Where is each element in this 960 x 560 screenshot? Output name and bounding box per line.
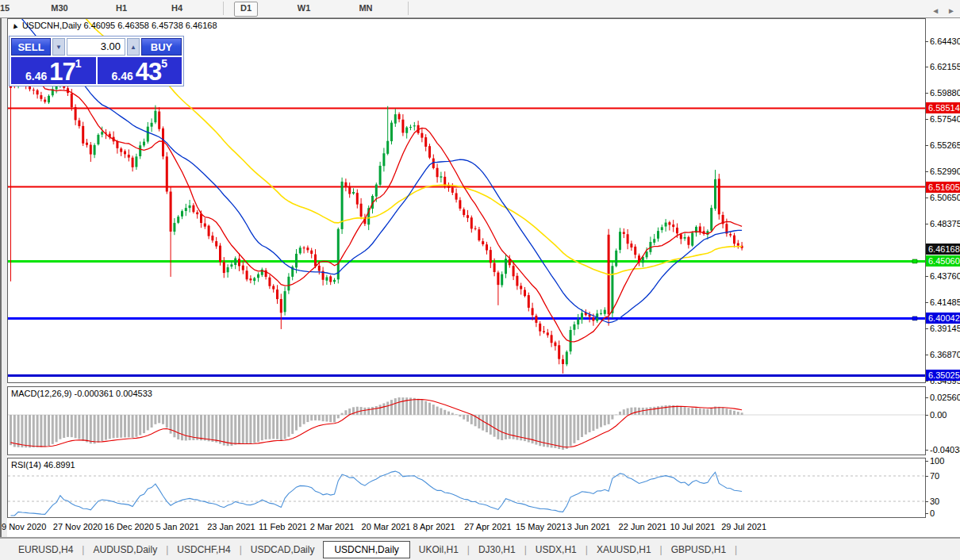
- tab-scroll-arrows: ◄►: [924, 6, 955, 15]
- volume-decrease-button[interactable]: ▼: [52, 38, 65, 56]
- buy-price-main: 6.46: [111, 71, 132, 82]
- toolbar-separator: [408, 2, 409, 15]
- axis-tick: [925, 224, 928, 224]
- axis-tick: [925, 461, 928, 462]
- time-axis-label: 22 Jun 2021: [619, 522, 667, 531]
- time-axis-label: 16 Dec 2020: [105, 522, 154, 531]
- chart-tab-gbpusd-h1[interactable]: GBPUSD,H1: [662, 541, 735, 558]
- time-axis-label: 15 May 2021: [516, 522, 566, 531]
- chart-tab-usdchf-h4[interactable]: USDCHF,H4: [168, 541, 239, 558]
- axis-tick: [925, 276, 928, 277]
- line-handle[interactable]: [912, 259, 917, 263]
- time-axis-label: 5 Jan 2021: [156, 522, 198, 531]
- macd-label: MACD(12,26,9) -0.000361 0.004533: [11, 389, 152, 398]
- sell-price-box[interactable]: 6.46 17 1: [11, 57, 96, 84]
- sell-price-main: 6.46: [25, 71, 47, 82]
- axis-tick: [925, 171, 928, 172]
- tab-scroll-left-icon[interactable]: ◄: [931, 6, 939, 15]
- price-axis-label: 6.64430: [930, 36, 960, 46]
- ohlc-low: 6.45738: [152, 21, 183, 30]
- chart-tab-ukoil-h1[interactable]: UKOil,H1: [410, 541, 467, 558]
- buy-button[interactable]: BUY: [141, 38, 182, 56]
- volume-increase-button[interactable]: ▲: [127, 38, 140, 56]
- axis-tick: [925, 67, 928, 67]
- price-badge-6.46168: 6.46168: [926, 244, 960, 255]
- price-badge-6.51605: 6.51605: [926, 182, 960, 193]
- time-axis-label: 20 Mar 2021: [362, 522, 411, 531]
- time-axis-label: 11 Feb 2021: [259, 522, 307, 531]
- chart-tab-usdx-h1[interactable]: USDX,H1: [527, 541, 586, 558]
- price-axis-label: 6.43760: [930, 271, 960, 281]
- price-axis-label: 6.36870: [930, 350, 960, 359]
- price-badge-6.35025: 6.35025: [926, 370, 960, 381]
- price-badge-6.45060: 6.45060: [926, 255, 960, 267]
- price-axis-label: 6.57540: [930, 114, 960, 124]
- chart-tab-usdcad-daily[interactable]: USDCAD,Daily: [242, 541, 324, 558]
- buy-price-box[interactable]: 6.46 43 5: [98, 57, 182, 84]
- timeframe-button-w1[interactable]: W1: [292, 2, 317, 15]
- time-axis-label: 10 Jul 2021: [670, 522, 715, 531]
- macd-axis-label: 0.025609: [930, 393, 960, 402]
- time-axis-label: 27 Apr 2021: [464, 522, 511, 531]
- price-axis-label: 6.48375: [930, 219, 960, 228]
- timeframe-button-15[interactable]: 15: [0, 2, 15, 15]
- window-left-edge: [0, 17, 7, 538]
- trading-terminal: 15M30H1H4D1W1MN ▲USDCNH,Daily6.460956.46…: [0, 0, 960, 560]
- rsi-axis-label: 100: [930, 456, 944, 466]
- tab-scroll-right-icon[interactable]: ►: [947, 6, 955, 15]
- sell-price-sup: 1: [75, 59, 82, 68]
- buy-price-big: 43: [136, 62, 161, 82]
- tab-separator: |: [735, 544, 737, 555]
- axis-tick: [925, 450, 928, 451]
- ohlc-open: 6.46095: [83, 21, 115, 30]
- chart-tab-dj30-h1[interactable]: DJ30,H1: [470, 541, 524, 558]
- chart-title: ▲USDCNH,Daily6.460956.463586.457386.4616…: [10, 21, 220, 30]
- time-axis-label: 23 Jan 2021: [207, 522, 255, 531]
- price-axis-label: 6.59880: [930, 88, 960, 98]
- timeframe-button-d1[interactable]: D1: [234, 2, 258, 17]
- price-badge-6.40042: 6.40042: [926, 313, 960, 324]
- timeframe-toolbar: 15M30H1H4D1W1MN: [0, 0, 960, 18]
- axis-tick: [925, 41, 928, 42]
- price-badge-6.58514: 6.58514: [926, 102, 960, 113]
- axis-tick: [925, 119, 928, 120]
- toolbar-separator: [223, 2, 224, 15]
- rsi-panel[interactable]: [7, 458, 926, 518]
- time-axis-label: 27 Nov 2020: [53, 522, 102, 531]
- volume-input[interactable]: 3.00: [67, 38, 125, 56]
- timeframe-button-mn[interactable]: MN: [353, 2, 378, 15]
- sell-price-big: 17: [49, 62, 75, 82]
- rsi-axis-label: 30: [930, 497, 939, 506]
- chart-symbol: USDCNH,Daily: [22, 21, 82, 30]
- chart-tab-xauusd-h1[interactable]: XAUUSD,H1: [588, 541, 660, 558]
- line-handle[interactable]: [912, 316, 917, 320]
- spin-down-icon: ▼: [56, 44, 62, 51]
- axis-tick: [925, 415, 928, 416]
- chart-tab-eurusd-h4[interactable]: EURUSD,H4: [10, 541, 82, 558]
- price-axis-label: 6.52990: [930, 167, 960, 176]
- price-axis-label: 6.55265: [930, 140, 960, 150]
- timeframe-button-h1[interactable]: H1: [110, 2, 132, 15]
- time-axis-label: 9 Nov 2020: [2, 522, 46, 531]
- time-axis-label: 29 Jul 2021: [721, 522, 766, 531]
- sell-button[interactable]: SELL: [11, 38, 51, 56]
- axis-tick: [925, 328, 928, 329]
- axis-tick: [925, 501, 928, 502]
- price-axis-label: 6.50650: [930, 193, 960, 202]
- rsi-axis-label: 70: [930, 471, 939, 481]
- macd-axis-label: 0.00: [930, 410, 947, 420]
- chart-tab-usdcnh-daily[interactable]: USDCNH,Daily: [323, 541, 409, 558]
- axis-tick: [925, 145, 928, 146]
- axis-tick: [925, 476, 928, 477]
- price-axis-label: 6.41485: [930, 297, 960, 307]
- axis-tick: [925, 513, 928, 514]
- axis-tick: [925, 397, 928, 398]
- symbol-arrow-icon: ▲: [10, 20, 20, 30]
- time-axis-label: 3 Jun 2021: [567, 522, 610, 531]
- timeframe-button-h4[interactable]: H4: [166, 2, 188, 15]
- chart-tab-bar: EURUSD,H4|AUDUSD,Daily|USDCHF,H4|USDCAD,…: [0, 539, 960, 560]
- chart-tab-audusd-daily[interactable]: AUDUSD,Daily: [84, 541, 166, 558]
- timeframe-button-m30[interactable]: M30: [45, 2, 73, 15]
- ohlc-high: 6.46358: [117, 21, 149, 30]
- buy-price-sup: 5: [161, 59, 167, 68]
